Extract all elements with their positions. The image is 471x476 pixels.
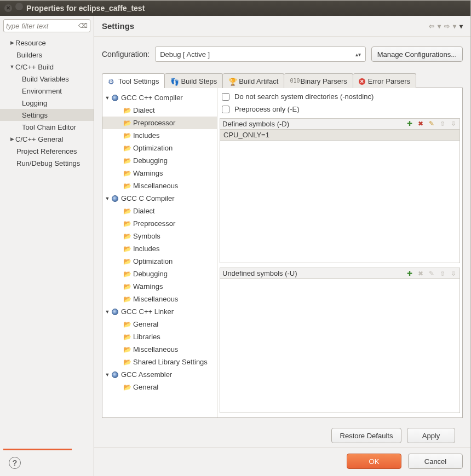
undefined-symbols-field: Undefined symbols (-U) ✚ ✖ ✎ ⇧ ⇩ bbox=[220, 268, 460, 413]
compiler-icon bbox=[111, 195, 119, 202]
ok-button[interactable]: OK bbox=[347, 454, 401, 469]
tool-tree-item-dialect[interactable]: 📂Dialect bbox=[102, 205, 217, 217]
add-symbol-icon[interactable]: ✚ bbox=[405, 120, 413, 128]
add-symbol-icon[interactable]: ✚ bbox=[405, 269, 413, 277]
tool-tree-item-libraries[interactable]: 📂Libraries bbox=[102, 330, 217, 343]
tool-tree-item-warnings[interactable]: 📂Warnings bbox=[102, 280, 217, 293]
tab-tool-settings[interactable]: ⚙Tool Settings bbox=[102, 73, 165, 88]
tool-tree-item-debugging[interactable]: 📂Debugging bbox=[102, 268, 217, 280]
tool-tree-item-dialect[interactable]: 📂Dialect bbox=[102, 104, 217, 117]
move-down-icon[interactable]: ⇩ bbox=[449, 269, 457, 277]
tool-tree-item-miscellaneous[interactable]: 📂Miscellaneous bbox=[102, 293, 217, 305]
forward-menu-icon[interactable]: ▾ bbox=[453, 22, 456, 30]
folder-icon: 📂 bbox=[123, 346, 131, 353]
tool-tree-item-optimization[interactable]: 📂Optimization bbox=[102, 255, 217, 268]
sidebar-item-build-variables[interactable]: Build Variables bbox=[0, 73, 94, 85]
remove-symbol-icon[interactable]: ✖ bbox=[416, 269, 424, 277]
tool-tree-item-includes[interactable]: 📂Includes bbox=[102, 242, 217, 255]
menu-icon[interactable]: ▾ bbox=[459, 22, 463, 30]
tool-tree-item-preprocessor[interactable]: 📂Preprocessor bbox=[102, 117, 217, 129]
folder-icon: 📂 bbox=[123, 321, 131, 328]
help-icon[interactable]: ? bbox=[9, 457, 21, 469]
folder-icon: 📂 bbox=[123, 119, 131, 127]
sidebar-item-logging[interactable]: Logging bbox=[0, 97, 94, 109]
tab-label: Tool Settings bbox=[118, 77, 159, 85]
sidebar-item-builders[interactable]: Builders bbox=[0, 49, 94, 61]
tree-item-label: General bbox=[133, 320, 158, 328]
move-up-icon[interactable]: ⇧ bbox=[438, 120, 446, 128]
steps-icon: 👣 bbox=[170, 78, 178, 85]
tool-tree-item-warnings[interactable]: 📂Warnings bbox=[102, 167, 217, 179]
expand-icon: ▼ bbox=[104, 372, 111, 378]
tool-tree-item-optimization[interactable]: 📂Optimization bbox=[102, 142, 217, 154]
tab-build-artifact[interactable]: 🏆Build Artifact bbox=[223, 73, 284, 88]
gear-icon: ⚙ bbox=[108, 78, 116, 85]
forward-icon[interactable]: ⇨ bbox=[444, 22, 450, 30]
manage-configurations-button[interactable]: Manage Configurations... bbox=[371, 47, 463, 62]
sidebar-item-tool-chain-editor[interactable]: Tool Chain Editor bbox=[0, 121, 94, 133]
folder-icon: 📂 bbox=[123, 157, 131, 165]
tool-tree-item-miscellaneous[interactable]: 📂Miscellaneous bbox=[102, 343, 217, 356]
binary-icon: 010 bbox=[290, 78, 297, 85]
folder-icon: 📂 bbox=[123, 107, 131, 114]
nostdinc-checkbox-row[interactable]: Do not search system directories (-nostd… bbox=[219, 90, 461, 103]
tool-tree-item-includes[interactable]: 📂Includes bbox=[102, 129, 217, 142]
expand-icon: ▶ bbox=[9, 136, 15, 142]
edit-symbol-icon[interactable]: ✎ bbox=[427, 120, 435, 128]
sidebar-item-label: Settings bbox=[22, 111, 48, 119]
tool-settings-panel: ▼GCC C++ Compiler📂Dialect📂Preprocessor📂I… bbox=[102, 88, 463, 418]
tool-tree-item-debugging[interactable]: 📂Debugging bbox=[102, 154, 217, 167]
defined-symbol-row[interactable]: CPU_ONLY=1 bbox=[220, 130, 459, 141]
tab-error-parsers[interactable]: ✕Error Parsers bbox=[353, 73, 416, 88]
defined-symbols-list[interactable]: CPU_ONLY=1 bbox=[220, 130, 459, 263]
sidebar-item-environment[interactable]: Environment bbox=[0, 85, 94, 97]
filter-input[interactable]: type filter text ⌫ bbox=[3, 19, 90, 32]
tool-tree-item-gcc-c-compiler[interactable]: ▼GCC C++ Compiler bbox=[102, 91, 217, 104]
folder-icon: 📂 bbox=[123, 270, 131, 278]
tab-build-steps[interactable]: 👣Build Steps bbox=[165, 73, 223, 88]
tool-tree-item-shared-library-settings[interactable]: 📂Shared Library Settings bbox=[102, 356, 217, 368]
tree-item-label: Debugging bbox=[133, 270, 168, 278]
nostdinc-checkbox[interactable] bbox=[222, 93, 229, 101]
tool-tree-item-general[interactable]: 📂General bbox=[102, 318, 217, 330]
close-icon[interactable]: ✕ bbox=[4, 4, 12, 12]
tool-tree-item-symbols[interactable]: 📂Symbols bbox=[102, 230, 217, 242]
preprocess-only-checkbox-row[interactable]: Preprocess only (-E) bbox=[219, 103, 461, 115]
accent-bar bbox=[3, 449, 72, 450]
sidebar-item-project-references[interactable]: Project References bbox=[0, 145, 94, 157]
sidebar-item-c-c-general[interactable]: ▶C/C++ General bbox=[0, 133, 94, 145]
sidebar-item-run-debug-settings[interactable]: Run/Debug Settings bbox=[0, 157, 94, 169]
tab-binary-parsers[interactable]: 010Binary Parsers bbox=[284, 73, 353, 88]
chevron-updown-icon: ▴▾ bbox=[355, 51, 361, 57]
tool-tree-item-miscellaneous[interactable]: 📂Miscellaneous bbox=[102, 179, 217, 192]
edit-symbol-icon[interactable]: ✎ bbox=[427, 269, 435, 277]
category-sidebar: type filter text ⌫ ▶ResourceBuilders▼C/C… bbox=[0, 16, 94, 476]
back-menu-icon[interactable]: ▾ bbox=[438, 22, 441, 30]
error-icon: ✕ bbox=[359, 78, 365, 85]
remove-symbol-icon[interactable]: ✖ bbox=[416, 120, 424, 128]
tool-tree-item-gcc-assembler[interactable]: ▼GCC Assembler bbox=[102, 368, 217, 381]
undefined-symbols-list[interactable] bbox=[220, 279, 459, 413]
sidebar-item-resource[interactable]: ▶Resource bbox=[0, 37, 94, 49]
clear-filter-icon[interactable]: ⌫ bbox=[78, 22, 88, 30]
preprocess-only-checkbox[interactable] bbox=[222, 106, 229, 113]
tool-tree-item-preprocessor[interactable]: 📂Preprocessor bbox=[102, 217, 217, 230]
sidebar-item-c-c-build[interactable]: ▼C/C++ Build bbox=[0, 61, 94, 73]
tool-tree-item-general[interactable]: 📂General bbox=[102, 381, 217, 393]
move-up-icon[interactable]: ⇧ bbox=[438, 269, 446, 277]
cancel-button[interactable]: Cancel bbox=[408, 454, 463, 469]
sidebar-item-settings[interactable]: Settings bbox=[0, 109, 94, 121]
sidebar-item-label: C/C++ General bbox=[15, 135, 63, 143]
minimize-icon[interactable]: _ bbox=[15, 3, 23, 10]
tool-tree-item-gcc-c-linker[interactable]: ▼GCC C++ Linker bbox=[102, 305, 217, 318]
expand-icon: ▼ bbox=[104, 95, 111, 101]
move-down-icon[interactable]: ⇩ bbox=[449, 120, 457, 128]
back-icon[interactable]: ⇦ bbox=[429, 22, 434, 30]
configuration-combo[interactable]: Debug [ Active ] ▴▾ bbox=[155, 47, 366, 62]
apply-button[interactable]: Apply bbox=[407, 428, 455, 443]
tool-tree-item-gcc-c-compiler[interactable]: ▼GCC C Compiler bbox=[102, 192, 217, 205]
folder-icon: 📂 bbox=[123, 358, 131, 366]
filter-placeholder: type filter text bbox=[6, 22, 48, 30]
restore-defaults-button[interactable]: Restore Defaults bbox=[331, 428, 401, 443]
tool-tree: ▼GCC C++ Compiler📂Dialect📂Preprocessor📂I… bbox=[102, 88, 217, 417]
